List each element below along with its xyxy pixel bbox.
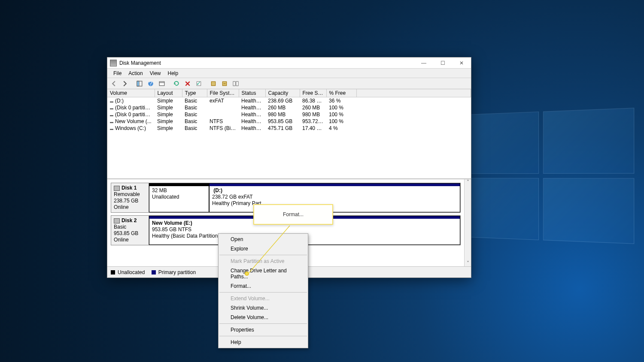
removable-disk-icon [114,186,120,191]
cell-type: Basic [182,97,207,105]
menu-action[interactable]: Action [125,69,146,77]
cell-layout: Simple [155,125,182,132]
layout-icon[interactable] [231,79,240,88]
column-headers[interactable]: Volume Layout Type File System Status Ca… [107,89,471,97]
cell-fs: NTFS (BitLo... [207,125,239,132]
cell-pct: 36 % [326,97,356,105]
col-freespace[interactable]: Free Spa... [300,89,326,97]
ctx-mark-active: Mark Partition as Active [219,256,308,266]
back-button[interactable] [109,79,118,88]
table-row[interactable]: (Disk 0 partition 1)SimpleBasicHealthy (… [107,104,471,111]
cell-name: (D:) [107,97,155,105]
volume-table[interactable]: Volume Layout Type File System Status Ca… [107,89,471,132]
cell-pct: 100 % [326,111,356,118]
table-row[interactable]: New Volume (...SimpleBasicNTFSHealthy (B… [107,118,471,125]
ctx-shrink[interactable]: Shrink Volume... [219,303,308,313]
maximize-button[interactable]: ☐ [433,57,452,69]
help-icon[interactable]: ? [146,79,155,88]
col-filesystem[interactable]: File System [207,89,239,97]
volume-context-menu: Open Explore Mark Partition as Active Ch… [218,233,308,348]
scroll-down-icon[interactable]: ˅ [467,260,469,266]
cell-layout: Simple [155,111,182,118]
annotation-callout-text: Format... [283,211,304,217]
legend-label-primary: Primary partition [158,269,196,275]
windows-logo-backdrop [457,108,634,244]
svg-rect-1 [137,81,139,86]
ctx-help[interactable]: Help [219,338,308,347]
menu-view[interactable]: View [146,69,164,77]
cell-free: 980 MB [300,111,326,118]
disk-1-partition-d-size: 238.72 GB exFAT [212,194,253,200]
titlebar: Disk Management — ☐ ✕ [107,57,471,69]
cell-status: Healthy (R... [239,111,265,118]
menubar: File Action View Help [107,69,471,78]
disk-1-info[interactable]: Disk 1 Removable 238.75 GB Online [111,183,149,212]
col-volume[interactable]: Volume [107,89,155,97]
disk-2-title: Disk 2 [122,217,137,223]
close-button[interactable]: ✕ [452,57,471,69]
graphical-pane-scrollbar[interactable]: ˄ ˅ [464,179,471,266]
col-status[interactable]: Status [239,89,265,97]
cell-cap: 953.85 GB [265,118,300,125]
refresh-icon[interactable] [172,79,181,88]
create-vhd-icon[interactable]: ✓ [194,79,204,88]
disk-2-partition-e-label: New Volume (E:) [152,220,192,226]
cell-layout: Simple [155,97,182,105]
app-icon [110,60,117,66]
cell-layout: Simple [155,118,182,125]
ctx-delete[interactable]: Delete Volume... [219,313,308,322]
cell-type: Basic [182,104,207,111]
disk-1-title: Disk 1 [122,185,137,191]
delete-icon[interactable] [183,79,192,88]
col-pctfree[interactable]: % Free [326,89,356,97]
table-row[interactable]: (D:)SimpleBasicexFATHealthy (P...238.69 … [107,97,471,105]
disk-1-size: 238.75 GB [114,198,138,204]
legend-label-unallocated: Unallocated [118,269,145,275]
legend-swatch-unallocated [111,270,115,275]
scroll-up-icon[interactable]: ˄ [467,179,469,185]
cell-fs [207,104,239,111]
ctx-extend: Extend Volume... [219,294,308,303]
cell-cap: 260 MB [265,104,300,111]
cell-status: Healthy (B... [239,118,265,125]
col-layout[interactable]: Layout [155,89,182,97]
table-row[interactable]: (Disk 0 partition 4)SimpleBasicHealthy (… [107,111,471,118]
disk-2-media: Basic [114,224,126,230]
properties-icon[interactable] [157,79,167,88]
menu-help[interactable]: Help [164,69,182,77]
detach-vhd-icon[interactable] [220,79,229,88]
col-capacity[interactable]: Capacity [265,89,300,97]
cell-cap: 980 MB [265,111,300,118]
menu-file[interactable]: File [110,69,125,77]
ctx-properties[interactable]: Properties [219,325,308,335]
disk-2-partition-e-size: 953.85 GB NTFS [152,226,191,232]
annotation-callout: Format... [253,204,333,225]
attach-vhd-icon[interactable] [209,79,218,88]
disk-1-partition-d[interactable]: (D:) 238.72 GB exFAT Healthy (Primary Pa… [209,183,460,212]
cell-free: 260 MB [300,104,326,111]
svg-rect-8 [211,81,215,85]
cell-name: (Disk 0 partition 4) [107,111,155,118]
minimize-button[interactable]: — [414,57,433,69]
disk-2-info[interactable]: Disk 2 Basic 953.85 GB Online [111,216,149,245]
cell-name: New Volume (... [107,118,155,125]
svg-rect-4 [159,81,164,85]
disk-1-unallocated[interactable]: 32 MB Unallocated [149,183,209,212]
ctx-change-letter[interactable]: Change Drive Letter and Paths... [219,266,308,281]
disk-2-partition-e-status: Healthy (Basic Data Partition) [152,233,219,239]
legend-swatch-primary [152,270,156,275]
svg-text:✓: ✓ [196,81,201,87]
cell-type: Basic [182,111,207,118]
cell-name: (Disk 0 partition 1) [107,104,155,111]
cell-free: 86.38 GB [300,97,326,105]
ctx-format[interactable]: Format... [219,281,308,291]
show-hide-console-tree-icon[interactable] [135,79,144,88]
ctx-explore[interactable]: Explore [219,244,308,253]
col-type[interactable]: Type [182,89,207,97]
table-row[interactable]: Windows (C:)SimpleBasicNTFS (BitLo...Hea… [107,125,471,132]
cell-fs: exFAT [207,97,239,105]
cell-name: Windows (C:) [107,125,155,132]
forward-button[interactable] [120,79,130,88]
ctx-open[interactable]: Open [219,235,308,244]
cell-type: Basic [182,118,207,125]
